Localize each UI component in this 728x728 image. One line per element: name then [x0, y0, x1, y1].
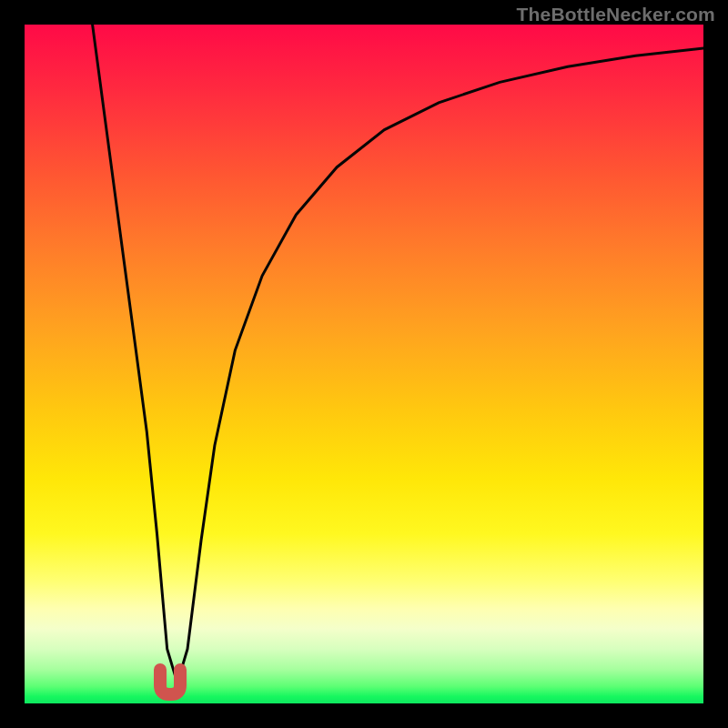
attribution-text: TheBottleNecker.com: [516, 4, 715, 25]
minimum-marker: [160, 670, 180, 694]
bottleneck-curve: [25, 25, 703, 703]
chart-frame: [25, 25, 703, 703]
curve-path: [93, 25, 703, 683]
